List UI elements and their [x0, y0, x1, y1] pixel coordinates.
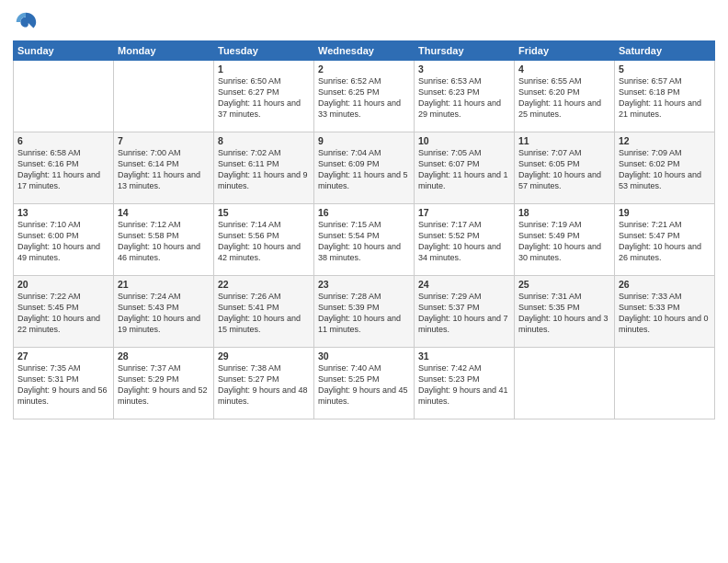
day-number: 28: [118, 350, 210, 362]
calendar-cell: 4Sunrise: 6:55 AM Sunset: 6:20 PM Daylig…: [515, 61, 615, 132]
header: [13, 9, 715, 35]
day-number: 6: [17, 135, 109, 146]
day-number: 23: [318, 279, 410, 290]
day-content: Sunrise: 7:31 AM Sunset: 5:35 PM Dayligh…: [518, 291, 610, 336]
week-row-4: 20Sunrise: 7:22 AM Sunset: 5:45 PM Dayli…: [14, 276, 715, 348]
weekday-header-thursday: Thursday: [415, 41, 515, 61]
calendar-cell: 27Sunrise: 7:35 AM Sunset: 5:31 PM Dayli…: [14, 348, 114, 419]
day-content: Sunrise: 7:17 AM Sunset: 5:52 PM Dayligh…: [418, 219, 510, 264]
week-row-3: 13Sunrise: 7:10 AM Sunset: 6:00 PM Dayli…: [14, 204, 715, 276]
day-number: 20: [17, 279, 109, 290]
day-content: Sunrise: 7:37 AM Sunset: 5:29 PM Dayligh…: [118, 362, 210, 408]
calendar-cell: 21Sunrise: 7:24 AM Sunset: 5:43 PM Dayli…: [114, 276, 214, 348]
week-row-1: 1Sunrise: 6:50 AM Sunset: 6:27 PM Daylig…: [14, 61, 715, 132]
calendar-cell: 8Sunrise: 7:02 AM Sunset: 6:11 PM Daylig…: [214, 132, 314, 204]
calendar-cell: 19Sunrise: 7:21 AM Sunset: 5:47 PM Dayli…: [615, 204, 715, 276]
calendar-cell: 2Sunrise: 6:52 AM Sunset: 6:25 PM Daylig…: [314, 61, 415, 132]
day-content: Sunrise: 7:09 AM Sunset: 6:02 PM Dayligh…: [619, 147, 711, 192]
day-number: 21: [118, 279, 210, 290]
day-number: 25: [518, 279, 610, 290]
day-content: Sunrise: 6:58 AM Sunset: 6:16 PM Dayligh…: [17, 147, 109, 192]
day-content: Sunrise: 7:28 AM Sunset: 5:39 PM Dayligh…: [318, 291, 410, 336]
calendar-cell: 23Sunrise: 7:28 AM Sunset: 5:39 PM Dayli…: [314, 276, 415, 348]
day-content: Sunrise: 7:04 AM Sunset: 6:09 PM Dayligh…: [318, 147, 410, 192]
weekday-header-tuesday: Tuesday: [214, 41, 314, 61]
weekday-header-monday: Monday: [114, 41, 214, 61]
day-number: 3: [418, 63, 510, 75]
calendar-cell: 6Sunrise: 6:58 AM Sunset: 6:16 PM Daylig…: [14, 132, 114, 204]
calendar-cell: 5Sunrise: 6:57 AM Sunset: 6:18 PM Daylig…: [615, 61, 715, 132]
calendar-cell: 10Sunrise: 7:05 AM Sunset: 6:07 PM Dayli…: [415, 132, 515, 204]
day-content: Sunrise: 6:53 AM Sunset: 6:23 PM Dayligh…: [418, 75, 510, 121]
day-number: 4: [518, 63, 610, 75]
day-number: 26: [619, 279, 711, 290]
calendar-cell: 3Sunrise: 6:53 AM Sunset: 6:23 PM Daylig…: [415, 61, 515, 132]
day-number: 8: [218, 135, 310, 146]
day-content: Sunrise: 6:52 AM Sunset: 6:25 PM Dayligh…: [318, 75, 410, 121]
day-number: 27: [17, 350, 109, 362]
calendar-cell: [615, 348, 715, 419]
weekday-header-friday: Friday: [515, 41, 615, 61]
calendar-cell: [14, 61, 114, 132]
day-content: Sunrise: 7:29 AM Sunset: 5:37 PM Dayligh…: [418, 291, 510, 336]
day-number: 31: [418, 350, 510, 362]
logo: [13, 9, 42, 35]
day-content: Sunrise: 7:14 AM Sunset: 5:56 PM Dayligh…: [218, 219, 310, 264]
day-content: Sunrise: 7:07 AM Sunset: 6:05 PM Dayligh…: [518, 147, 610, 192]
day-content: Sunrise: 7:42 AM Sunset: 5:23 PM Dayligh…: [418, 362, 510, 408]
day-content: Sunrise: 7:21 AM Sunset: 5:47 PM Dayligh…: [619, 219, 711, 264]
day-content: Sunrise: 7:19 AM Sunset: 5:49 PM Dayligh…: [518, 219, 610, 264]
calendar-cell: 16Sunrise: 7:15 AM Sunset: 5:54 PM Dayli…: [314, 204, 415, 276]
calendar-cell: 30Sunrise: 7:40 AM Sunset: 5:25 PM Dayli…: [314, 348, 415, 419]
weekday-header-saturday: Saturday: [615, 41, 715, 61]
calendar-cell: 28Sunrise: 7:37 AM Sunset: 5:29 PM Dayli…: [114, 348, 214, 419]
day-number: 16: [318, 207, 410, 218]
weekday-header-wednesday: Wednesday: [314, 41, 415, 61]
day-content: Sunrise: 7:02 AM Sunset: 6:11 PM Dayligh…: [218, 147, 310, 192]
day-content: Sunrise: 6:55 AM Sunset: 6:20 PM Dayligh…: [518, 75, 610, 121]
day-content: Sunrise: 7:26 AM Sunset: 5:41 PM Dayligh…: [218, 291, 310, 336]
calendar-cell: 29Sunrise: 7:38 AM Sunset: 5:27 PM Dayli…: [214, 348, 314, 419]
day-content: Sunrise: 7:33 AM Sunset: 5:33 PM Dayligh…: [619, 291, 711, 336]
day-content: Sunrise: 7:15 AM Sunset: 5:54 PM Dayligh…: [318, 219, 410, 264]
day-number: 13: [17, 207, 109, 218]
day-number: 29: [218, 350, 310, 362]
calendar-cell: 24Sunrise: 7:29 AM Sunset: 5:37 PM Dayli…: [415, 276, 515, 348]
day-number: 30: [318, 350, 410, 362]
week-row-2: 6Sunrise: 6:58 AM Sunset: 6:16 PM Daylig…: [14, 132, 715, 204]
logo-icon: [13, 9, 39, 35]
day-number: 17: [418, 207, 510, 218]
day-number: 15: [218, 207, 310, 218]
day-number: 22: [218, 279, 310, 290]
calendar-cell: 14Sunrise: 7:12 AM Sunset: 5:58 PM Dayli…: [114, 204, 214, 276]
calendar-cell: 26Sunrise: 7:33 AM Sunset: 5:33 PM Dayli…: [615, 276, 715, 348]
calendar-table: SundayMondayTuesdayWednesdayThursdayFrid…: [13, 40, 715, 419]
day-number: 2: [318, 63, 410, 75]
day-number: 5: [619, 63, 711, 75]
weekday-header-sunday: Sunday: [14, 41, 114, 61]
page: SundayMondayTuesdayWednesdayThursdayFrid…: [0, 0, 728, 563]
day-content: Sunrise: 7:10 AM Sunset: 6:00 PM Dayligh…: [17, 219, 109, 264]
day-number: 11: [518, 135, 610, 146]
calendar-cell: 13Sunrise: 7:10 AM Sunset: 6:00 PM Dayli…: [14, 204, 114, 276]
day-number: 10: [418, 135, 510, 146]
day-content: Sunrise: 7:05 AM Sunset: 6:07 PM Dayligh…: [418, 147, 510, 192]
weekday-header-row: SundayMondayTuesdayWednesdayThursdayFrid…: [14, 41, 715, 61]
day-number: 24: [418, 279, 510, 290]
calendar-cell: 17Sunrise: 7:17 AM Sunset: 5:52 PM Dayli…: [415, 204, 515, 276]
day-content: Sunrise: 7:38 AM Sunset: 5:27 PM Dayligh…: [218, 362, 310, 408]
day-number: 9: [318, 135, 410, 146]
day-number: 14: [118, 207, 210, 218]
calendar-cell: 20Sunrise: 7:22 AM Sunset: 5:45 PM Dayli…: [14, 276, 114, 348]
calendar-cell: 9Sunrise: 7:04 AM Sunset: 6:09 PM Daylig…: [314, 132, 415, 204]
day-content: Sunrise: 7:22 AM Sunset: 5:45 PM Dayligh…: [17, 291, 109, 336]
day-content: Sunrise: 7:00 AM Sunset: 6:14 PM Dayligh…: [118, 147, 210, 192]
calendar-cell: 1Sunrise: 6:50 AM Sunset: 6:27 PM Daylig…: [214, 61, 314, 132]
calendar-cell: 7Sunrise: 7:00 AM Sunset: 6:14 PM Daylig…: [114, 132, 214, 204]
day-content: Sunrise: 6:50 AM Sunset: 6:27 PM Dayligh…: [218, 75, 310, 121]
calendar-cell: 15Sunrise: 7:14 AM Sunset: 5:56 PM Dayli…: [214, 204, 314, 276]
calendar-cell: 11Sunrise: 7:07 AM Sunset: 6:05 PM Dayli…: [515, 132, 615, 204]
day-content: Sunrise: 6:57 AM Sunset: 6:18 PM Dayligh…: [619, 75, 711, 121]
calendar-cell: 25Sunrise: 7:31 AM Sunset: 5:35 PM Dayli…: [515, 276, 615, 348]
week-row-5: 27Sunrise: 7:35 AM Sunset: 5:31 PM Dayli…: [14, 348, 715, 419]
